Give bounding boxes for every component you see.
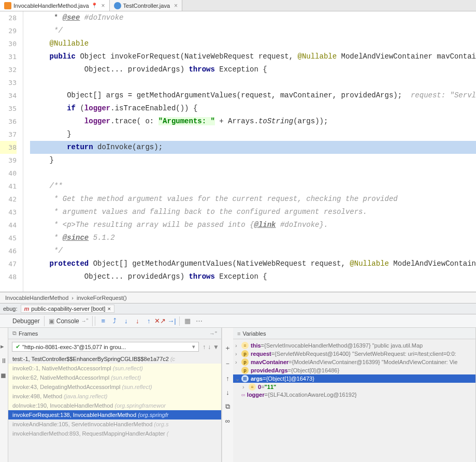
code-area[interactable]: * @see #doInvoke */ @Nullable public Obj… (30, 11, 476, 292)
line-gutter: 2829303132333435363738394041424344454647… (0, 11, 20, 292)
line-number: 42 (0, 193, 17, 206)
force-step-into-icon[interactable]: ↓ (133, 317, 141, 325)
down-icon[interactable]: ↓ (226, 388, 229, 396)
code-line[interactable]: */ (30, 24, 476, 37)
stop-icon[interactable]: ◼ (1, 371, 8, 379)
code-line[interactable]: Object... providedArgs) throws Exception… (30, 63, 476, 76)
line-number: 40 (0, 167, 17, 180)
code-line[interactable]: * argument values and falling back to th… (30, 206, 476, 219)
variable-row[interactable]: ›≡0 = "11" (233, 383, 475, 391)
pause-icon[interactable]: ⏸ (1, 357, 8, 364)
line-number: 47 (0, 257, 17, 270)
tab-label: TestController.java (123, 3, 170, 9)
prev-frame-icon[interactable]: ↑ (203, 343, 206, 351)
debug-bar: ebug: m public-capability-server [boot] … (0, 303, 476, 314)
run-to-cursor-icon[interactable]: →| (167, 317, 176, 325)
stack-frame[interactable]: invokeAndHandle:105, ServletInvocableHan… (8, 420, 221, 429)
code-line[interactable]: * Get the method argument values for the… (30, 193, 476, 206)
variable-row[interactable]: ›pmavContainer = {ModelAndViewContainer@… (233, 358, 475, 366)
tab-file-active[interactable]: InvocableHandlerMethod.java 📍 × (0, 0, 110, 11)
line-number: 41 (0, 180, 17, 193)
code-line[interactable]: if (logger.isTraceEnabled()) { (30, 102, 476, 115)
code-line[interactable]: } (30, 154, 476, 167)
up-icon[interactable]: ↑ (226, 374, 229, 382)
code-line[interactable]: Object... providedArgs) throws Exception… (30, 270, 476, 283)
line-number: 28 (0, 11, 17, 24)
tab-debugger[interactable]: Debugger (8, 316, 45, 326)
code-line[interactable]: * @see #doInvoke (30, 11, 476, 24)
code-line[interactable]: @Nullable (30, 37, 476, 50)
breadcrumb-method[interactable]: invokeForRequest() (77, 295, 127, 301)
code-line[interactable]: return doInvoke(args); (30, 141, 476, 154)
variable-row[interactable]: ›prequest = {ServletWebRequest@16400} "S… (233, 350, 475, 358)
minimize-icon[interactable]: →" (209, 330, 217, 337)
code-line[interactable]: public Object invokeForRequest(NativeWeb… (30, 50, 476, 63)
close-icon[interactable]: × (102, 2, 105, 9)
line-number: 38 (0, 141, 17, 154)
line-number: 46 (0, 244, 17, 257)
run-config-chip[interactable]: m public-capability-server [boot] × (21, 305, 114, 313)
code-line[interactable]: } (30, 128, 476, 141)
class-icon (114, 2, 121, 9)
stack-frame[interactable]: invoke:43, DelegatingMethodAccessorImpl … (8, 382, 221, 392)
add-watch-icon[interactable]: ＋ (224, 343, 231, 353)
drop-frame-icon[interactable]: ✕↗ (156, 317, 164, 325)
step-over-icon[interactable]: ⤴ (110, 317, 119, 325)
line-number: 33 (0, 76, 17, 89)
evaluate-icon[interactable]: ▦ (183, 317, 192, 325)
frame-list[interactable]: test:-1, TestController$$EnhancerBySprin… (8, 354, 221, 462)
resume-icon[interactable]: ▸ (1, 342, 8, 350)
stack-frame[interactable]: test:-1, TestController$$EnhancerBySprin… (8, 354, 221, 364)
breadcrumb-sep: › (71, 295, 74, 301)
code-line[interactable] (30, 167, 476, 180)
code-line[interactable]: logger.trace( o: "Arguments: " + Arrays.… (30, 115, 476, 128)
variable-row[interactable]: ∞logger = {SLF4JLocationAwareLog@16192} (233, 391, 475, 398)
glasses-icon[interactable]: ∞ (225, 417, 230, 425)
variables-toolbar: ＋ － ↑ ↓ ⧉ ∞ (222, 328, 233, 462)
variable-row[interactable]: ›≡this = {ServletInvocableHandlerMethod@… (233, 341, 475, 350)
next-frame-icon[interactable]: ↓ (208, 343, 211, 351)
tab-file[interactable]: TestController.java × (110, 0, 183, 11)
tab-label: InvocableHandlerMethod.java (13, 3, 89, 9)
step-into-icon[interactable]: ↓ (122, 317, 130, 325)
variable-row[interactable]: ⌄⊞args = {Object[1]@16473} (233, 374, 475, 383)
variables-header: ≡ Variables (233, 328, 475, 339)
variables-icon: ≡ (237, 330, 240, 337)
stack-frame[interactable]: invoke:498, Method (java.lang.reflect) (8, 392, 221, 401)
code-line[interactable]: * <p>The resulting array will be passed … (30, 219, 476, 232)
fold-column (20, 11, 30, 292)
code-editor[interactable]: 2829303132333435363738394041424344454647… (0, 11, 476, 292)
breadcrumb-class[interactable]: InvocableHandlerMethod (5, 295, 68, 301)
line-number: 35 (0, 102, 17, 115)
stack-frame[interactable]: invoke:62, NativeMethodAccessorImpl (sun… (8, 373, 221, 382)
close-icon[interactable]: × (174, 2, 178, 9)
code-line[interactable]: protected Object[] getMethodArgumentValu… (30, 257, 476, 270)
more-icon[interactable]: ⋯ (195, 317, 203, 325)
step-out-icon[interactable]: ↑ (145, 317, 153, 325)
close-icon[interactable]: × (107, 306, 110, 312)
code-line[interactable]: /** (30, 180, 476, 193)
stack-frame[interactable]: doInvoke:190, InvocableHandlerMethod (or… (8, 401, 221, 410)
code-line[interactable]: */ (30, 244, 476, 257)
stack-frame[interactable]: invoke0:-1, NativeMethodAccessorImpl (su… (8, 364, 221, 373)
thread-selector[interactable]: ✔ "http-nio-8081-exec-3"@15,077 in grou.… (12, 342, 199, 352)
tab-console[interactable]: ▣ Console →" (45, 316, 93, 326)
debugger-toolbar: Debugger ▣ Console →" ≡ ⤴ ↓ ↓ ↑ ✕↗ →| ▦ … (0, 314, 476, 328)
stack-frame[interactable]: invokeForRequest:138, InvocableHandlerMe… (8, 410, 221, 420)
variables-tree[interactable]: ›≡this = {ServletInvocableHandlerMethod@… (233, 339, 475, 462)
code-line[interactable] (30, 76, 476, 89)
show-execution-point-icon[interactable]: ≡ (99, 317, 107, 325)
stack-frame[interactable]: invokeHandlerMethod:893, RequestMappingH… (8, 429, 221, 438)
frames-header: ⧉ Frames →" (8, 328, 221, 339)
filter-icon[interactable]: ▼ (213, 343, 219, 351)
variable-row[interactable]: pprovidedArgs = {Object[0]@16486} (233, 366, 475, 374)
breadcrumb: InvocableHandlerMethod › invokeForReques… (0, 292, 476, 303)
remove-watch-icon[interactable]: － (224, 359, 231, 368)
chevron-down-icon[interactable]: ▾ (192, 343, 195, 350)
code-line[interactable]: * @since 5.1.2 (30, 232, 476, 244)
line-number: 36 (0, 115, 17, 128)
line-number: 29 (0, 24, 17, 37)
line-number: 45 (0, 232, 17, 244)
code-line[interactable]: Object[] args = getMethodArgumentValues(… (30, 89, 476, 102)
copy-icon[interactable]: ⧉ (225, 402, 230, 411)
